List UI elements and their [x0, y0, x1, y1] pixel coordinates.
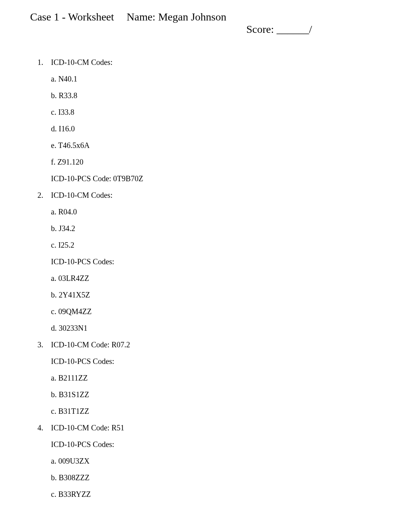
list-item: b. B31S1ZZ	[51, 390, 410, 399]
list-item: a. R04.0	[51, 207, 410, 216]
list-item: c. 09QM4ZZ	[51, 307, 410, 316]
question-list: 1. ICD-10-CM Codes: a. N40.1 b. R33.8 c.…	[30, 58, 410, 499]
question-number: 4.	[30, 423, 43, 432]
sub-list: a. N40.1 b. R33.8 c. I33.8 d. I16.0 e. T…	[30, 75, 410, 183]
list-item: b. B308ZZZ	[51, 473, 410, 482]
list-item: ICD-10-PCS Codes:	[51, 357, 410, 366]
question-label: ICD-10-CM Code: R51	[43, 423, 124, 432]
question-2: 2. ICD-10-CM Codes: a. R04.0 b. J34.2 c.…	[30, 191, 410, 333]
list-item: a. N40.1	[51, 75, 410, 83]
question-1: 1. ICD-10-CM Codes: a. N40.1 b. R33.8 c.…	[30, 58, 410, 183]
header-name-value: Megan Johnson	[158, 11, 227, 23]
question-row: 1. ICD-10-CM Codes:	[30, 58, 410, 67]
list-item: c. B31T1ZZ	[51, 407, 410, 416]
worksheet-header: Case 1 - Worksheet Name: Megan Johnson S…	[30, 11, 410, 48]
list-item: e. T46.5x6A	[51, 141, 410, 150]
question-number: 2.	[30, 191, 43, 200]
sub-list: ICD-10-PCS Codes: a. 009U3ZX b. B308ZZZ …	[30, 440, 410, 499]
question-number: 3.	[30, 340, 43, 349]
question-4: 4. ICD-10-CM Code: R51 ICD-10-PCS Codes:…	[30, 423, 410, 499]
header-score-suffix: /	[309, 23, 312, 35]
question-row: 3. ICD-10-CM Code: R07.2	[30, 340, 410, 349]
question-number: 1.	[30, 58, 43, 67]
header-title: Case 1 - Worksheet	[30, 11, 127, 23]
list-item: c. I25.2	[51, 241, 410, 250]
list-item: b. J34.2	[51, 224, 410, 233]
question-3: 3. ICD-10-CM Code: R07.2 ICD-10-PCS Code…	[30, 340, 410, 416]
list-item: d. 30233N1	[51, 324, 410, 333]
list-item: a. 009U3ZX	[51, 457, 410, 466]
worksheet-page: Case 1 - Worksheet Name: Megan Johnson S…	[0, 0, 410, 499]
header-name-label: Name:	[127, 11, 158, 23]
question-label: ICD-10-CM Codes:	[43, 191, 112, 200]
list-item: a. B2111ZZ	[51, 374, 410, 382]
question-row: 2. ICD-10-CM Codes:	[30, 191, 410, 200]
question-label: ICD-10-CM Code: R07.2	[43, 340, 130, 349]
list-item: ICD-10-PCS Codes:	[51, 440, 410, 449]
question-row: 4. ICD-10-CM Code: R51	[30, 423, 410, 432]
header-score-label: Score:	[246, 23, 277, 35]
list-item: a. 03LR4ZZ	[51, 274, 410, 283]
sub-list: a. R04.0 b. J34.2 c. I25.2 ICD-10-PCS Co…	[30, 207, 410, 333]
list-item: c. B33RYZZ	[51, 490, 410, 499]
list-item: d. I16.0	[51, 124, 410, 133]
list-item: f. Z91.120	[51, 158, 410, 167]
sub-list: ICD-10-PCS Codes: a. B2111ZZ b. B31S1ZZ …	[30, 357, 410, 416]
list-item: b. R33.8	[51, 91, 410, 100]
list-item: c. I33.8	[51, 108, 410, 117]
header-score-blank: ______	[277, 23, 309, 35]
header-score: Score: ______/	[230, 11, 312, 48]
list-item: ICD-10-PCS Code: 0T9B70Z	[51, 174, 410, 183]
list-item: b. 2Y41X5Z	[51, 291, 410, 299]
header-name: Name: Megan Johnson	[127, 11, 230, 23]
question-label: ICD-10-CM Codes:	[43, 58, 112, 67]
list-item: ICD-10-PCS Codes:	[51, 257, 410, 266]
